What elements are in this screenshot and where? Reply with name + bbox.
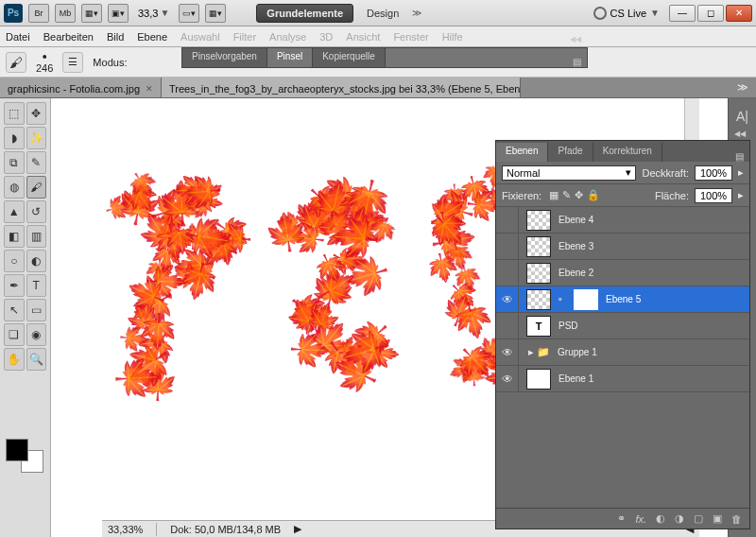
- brush-panel-toggle[interactable]: ☰: [62, 52, 83, 73]
- lasso-tool[interactable]: ◗: [4, 127, 25, 149]
- extras-button[interactable]: ▭▾: [179, 4, 199, 23]
- fill-input[interactable]: 100%: [695, 188, 732, 203]
- layer-row[interactable]: Ebene 4: [496, 207, 749, 234]
- brush-panel-dock[interactable]: ◀◀ Pinselvorgaben Pinsel Kopierquelle ▤: [181, 47, 588, 68]
- character-panel-icon[interactable]: A|: [732, 106, 753, 127]
- crop-tool[interactable]: ⧉: [4, 151, 25, 174]
- heal-tool[interactable]: ◍: [4, 176, 25, 199]
- visibility-toggle[interactable]: [496, 313, 519, 338]
- menu-datei[interactable]: Datei: [6, 31, 30, 43]
- gradient-tool[interactable]: ▥: [26, 225, 47, 248]
- menu-ebene[interactable]: Ebene: [137, 31, 167, 43]
- link-layers-icon[interactable]: ⚭: [617, 512, 626, 525]
- screen-mode-button[interactable]: ▣▾: [108, 4, 129, 23]
- menu-bild[interactable]: Bild: [107, 31, 124, 43]
- layer-row[interactable]: Ebene 2: [496, 260, 749, 286]
- menu-filter[interactable]: Filter: [233, 31, 256, 43]
- 3d-tool[interactable]: ❏: [4, 323, 25, 346]
- layer-name[interactable]: Ebene 4: [558, 215, 593, 225]
- menu-hilfe[interactable]: Hilfe: [442, 31, 463, 43]
- tab-kopierquelle[interactable]: Kopierquelle: [313, 48, 386, 67]
- layer-row[interactable]: TPSD: [496, 313, 749, 339]
- maximize-button[interactable]: ◻: [697, 5, 724, 22]
- minimize-button[interactable]: —: [669, 5, 696, 22]
- mask-icon[interactable]: ◐: [656, 512, 665, 525]
- visibility-toggle[interactable]: 👁: [496, 339, 519, 365]
- adjustment-icon[interactable]: ◑: [675, 512, 684, 525]
- camera-tool[interactable]: ◉: [26, 323, 47, 346]
- visibility-toggle[interactable]: [496, 207, 519, 233]
- layer-row[interactable]: Ebene 3: [496, 234, 749, 260]
- history-brush-tool[interactable]: ↺: [26, 200, 47, 223]
- layer-name[interactable]: Ebene 2: [558, 268, 593, 278]
- pen-tool[interactable]: ✒: [4, 274, 25, 297]
- tab-ebenen[interactable]: Ebenen: [496, 143, 548, 162]
- layer-row[interactable]: 👁⚬Ebene 5: [496, 286, 749, 313]
- eyedropper-tool[interactable]: ✎: [26, 151, 47, 174]
- guides-button[interactable]: ▦▾: [205, 4, 226, 23]
- layer-row[interactable]: 👁Ebene 1: [496, 366, 749, 392]
- panel-menu-icon[interactable]: ▤: [735, 151, 749, 162]
- group-icon[interactable]: ▢: [694, 512, 703, 525]
- path-tool[interactable]: ↖: [4, 299, 25, 321]
- workspace-design[interactable]: Design: [359, 6, 406, 21]
- dodge-tool[interactable]: ◐: [26, 250, 47, 272]
- minibridge-button[interactable]: Mb: [55, 4, 76, 23]
- wand-tool[interactable]: ✨: [26, 127, 47, 149]
- doc-tab-fotolia[interactable]: graphicsinc - Fotolia.com.jpg ✕: [0, 78, 162, 97]
- status-docsize[interactable]: Dok: 50,0 MB/134,8 MB: [170, 524, 281, 535]
- layers-panel[interactable]: ◀◀ Ebenen Pfade Korrekturen ▤ Normal▾ De…: [495, 140, 750, 529]
- visibility-toggle[interactable]: 👁: [496, 366, 519, 391]
- cslive-label[interactable]: CS Live: [610, 8, 647, 19]
- fx-icon[interactable]: fx.: [635, 513, 646, 525]
- blur-tool[interactable]: ○: [4, 250, 25, 272]
- layer-name[interactable]: PSD: [558, 320, 578, 331]
- tab-pinselvorgaben[interactable]: Pinselvorgaben: [182, 48, 267, 67]
- status-arrow-icon[interactable]: ▶: [294, 523, 301, 535]
- brush-tool[interactable]: 🖌: [26, 176, 47, 199]
- trash-icon[interactable]: 🗑: [731, 513, 742, 525]
- tab-korrekturen[interactable]: Korrekturen: [593, 143, 662, 162]
- close-button[interactable]: ✕: [726, 5, 752, 22]
- bridge-button[interactable]: Br: [28, 4, 49, 23]
- overflow-tabs-icon[interactable]: ≫: [730, 78, 756, 97]
- layer-name[interactable]: Ebene 3: [558, 241, 593, 251]
- doc-tab-trees[interactable]: Trees_in_the_fog3_by_archaeopteryx_stock…: [162, 78, 521, 97]
- lock-buttons[interactable]: ▦✎✥🔒: [547, 189, 602, 201]
- workspace-more-icon[interactable]: ≫: [412, 8, 421, 18]
- collapse-icon[interactable]: ◀◀: [734, 130, 746, 138]
- tool-preset-button[interactable]: 🖌: [6, 52, 26, 73]
- collapse-icon[interactable]: ◀◀: [570, 35, 581, 43]
- arrange-docs-button[interactable]: ▦▾: [81, 4, 102, 23]
- stamp-tool[interactable]: ▲: [4, 200, 25, 223]
- marquee-tool[interactable]: ✥: [26, 102, 47, 125]
- mask-link-icon[interactable]: ⚬: [557, 295, 564, 304]
- shape-tool[interactable]: ▭: [26, 299, 47, 321]
- blend-mode-select[interactable]: Normal▾: [502, 165, 636, 181]
- move-tool[interactable]: ⬚: [4, 102, 25, 125]
- eraser-tool[interactable]: ◧: [4, 225, 25, 248]
- visibility-toggle[interactable]: [496, 260, 519, 286]
- menu-auswahl[interactable]: Auswahl: [180, 31, 220, 43]
- foreground-color[interactable]: [6, 439, 28, 461]
- layer-name[interactable]: Ebene 5: [606, 294, 641, 304]
- panel-menu-icon[interactable]: ▤: [573, 57, 587, 67]
- new-layer-icon[interactable]: ▣: [713, 512, 722, 525]
- menu-3d[interactable]: 3D: [319, 31, 333, 43]
- menu-bearbeiten[interactable]: Bearbeiten: [43, 31, 94, 43]
- status-zoom[interactable]: 33,33%: [108, 524, 143, 535]
- menu-analyse[interactable]: Analyse: [269, 31, 306, 43]
- layer-row[interactable]: 👁▸ 📁Gruppe 1: [496, 339, 749, 366]
- zoom-selector[interactable]: 33,3 ▼: [134, 8, 173, 19]
- type-tool[interactable]: T: [26, 274, 47, 297]
- zoom-tool[interactable]: 🔍: [26, 348, 47, 371]
- workspace-active[interactable]: Grundelemente: [256, 4, 353, 23]
- tab-pfade[interactable]: Pfade: [548, 143, 593, 162]
- visibility-toggle[interactable]: 👁: [496, 286, 519, 312]
- visibility-toggle[interactable]: [496, 234, 519, 259]
- tab-pinsel[interactable]: Pinsel: [267, 48, 313, 67]
- hand-tool[interactable]: ✋: [4, 348, 25, 371]
- layer-name[interactable]: Gruppe 1: [558, 347, 597, 357]
- close-icon[interactable]: ✕: [146, 84, 153, 94]
- layer-name[interactable]: Ebene 1: [558, 373, 593, 384]
